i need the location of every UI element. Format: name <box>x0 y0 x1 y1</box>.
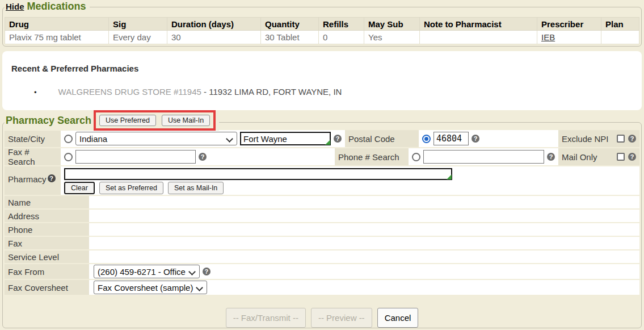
name-label: Name <box>5 196 89 208</box>
set-as-preferred-button[interactable]: Set as Preferred <box>99 182 163 194</box>
use-mail-in-button[interactable]: Use Mail-In <box>162 115 210 126</box>
detail-row-phone: Phone <box>5 223 639 236</box>
pharmacy-cell: Clear Set as Preferred Set as Mail-In <box>61 166 639 195</box>
col-header-plan: Plan <box>601 18 639 31</box>
pharmacy-label: Pharmacy <box>8 174 47 184</box>
medications-section: Hide Medications Drug Sig Duration (days… <box>2 7 642 47</box>
fax-from-row: Fax From (260) 459-6271 - Office ? <box>5 264 639 279</box>
pharmacy-search-section: Pharmacy Search Use Preferred Use Mail-I… <box>2 122 642 328</box>
col-header-quantity: Quantity <box>261 18 319 31</box>
med-quantity: 30 Tablet <box>261 31 319 44</box>
fax-from-label: Fax From <box>5 264 89 279</box>
pharmacy-buttons: Clear Set as Preferred Set as Mail-In <box>64 182 636 194</box>
recent-pharmacies-title: Recent & Preferred Pharmacies <box>11 64 633 73</box>
fax-from-help-icon[interactable]: ? <box>203 268 211 275</box>
recent-pharmacies-section: Recent & Preferred Pharmacies • WALGREEN… <box>2 51 642 110</box>
fax-number-input[interactable] <box>75 150 196 164</box>
state-city-label: State/City <box>5 130 61 147</box>
mail-only-help-icon[interactable]: ? <box>628 153 636 161</box>
col-header-sig: Sig <box>109 18 167 31</box>
medication-row: Plavix 75 mg tablet Every day 30 30 Tabl… <box>5 31 639 44</box>
col-header-may-sub: May Sub <box>364 18 420 31</box>
fax-transmit-button[interactable]: -- Fax/Transmit -- <box>226 308 306 328</box>
service-level-value <box>89 250 639 263</box>
city-input[interactable] <box>240 132 331 145</box>
recent-pharmacy-link[interactable]: WALGREENS DRUG STORE #11945 <box>58 87 201 97</box>
pharmacy-input[interactable] <box>64 168 452 180</box>
fax-coversheet-select[interactable]: Fax Coversheet (sample) <box>94 281 207 294</box>
set-as-mail-in-button[interactable]: Set as Mail-In <box>168 182 224 194</box>
postal-code-radio[interactable] <box>422 135 431 143</box>
pharmacy-label-cell: Pharmacy ? <box>5 166 61 195</box>
city-help-icon[interactable]: ? <box>334 135 342 143</box>
mail-only-checkbox[interactable] <box>617 153 625 161</box>
med-duration: 30 <box>167 31 261 44</box>
use-preferred-button[interactable]: Use Preferred <box>99 115 156 126</box>
footer-actions: -- Fax/Transmit -- -- Preview -- Cancel <box>5 295 639 328</box>
col-header-duration: Duration (days) <box>167 18 261 31</box>
state-select[interactable]: Indiana <box>75 132 237 145</box>
exclude-npi-help-icon[interactable]: ? <box>628 135 636 143</box>
state-city-row: State/City Indiana ? Postal Code ? Exclu… <box>5 130 639 147</box>
col-header-refills: Refills <box>319 18 364 31</box>
state-city-radio[interactable] <box>64 135 73 143</box>
exclude-npi-checkbox[interactable] <box>617 135 625 143</box>
med-note <box>420 31 537 44</box>
postal-code-help-icon[interactable]: ? <box>472 135 479 143</box>
highlight-red-box: Use Preferred Use Mail-In <box>94 110 216 131</box>
fax-from-select-value: (260) 459-6271 - Office <box>98 267 186 277</box>
mail-only-cell: Mail Only ? <box>558 148 639 165</box>
phone-value <box>89 223 639 236</box>
med-may-sub: Yes <box>364 31 420 44</box>
mail-only-label: Mail Only <box>562 152 613 162</box>
prescriber-link[interactable]: IEB <box>541 32 555 42</box>
fax-label: Fax <box>5 237 89 249</box>
exclude-npi-label: Exclude NPI <box>562 134 613 144</box>
fax-value <box>89 237 639 249</box>
fax-from-select[interactable]: (260) 459-6271 - Office <box>94 265 200 278</box>
fax-search-help-icon[interactable]: ? <box>199 153 207 161</box>
fax-search-radio[interactable] <box>64 153 73 161</box>
phone-search-help-icon[interactable]: ? <box>547 153 555 161</box>
hide-medications-link[interactable]: Hide <box>6 2 24 11</box>
col-header-drug: Drug <box>5 18 109 31</box>
fax-from-cell: (260) 459-6271 - Office ? <box>89 264 639 279</box>
med-sig: Every day <box>109 31 167 44</box>
phone-search-radio[interactable] <box>412 153 420 161</box>
phone-label: Phone <box>5 223 89 236</box>
pharmacy-search-title: Pharmacy Search <box>6 115 91 127</box>
phone-number-input[interactable] <box>423 150 544 164</box>
medications-table: Drug Sig Duration (days) Quantity Refill… <box>5 17 639 44</box>
city-input-wrap <box>240 132 331 145</box>
state-select-value: Indiana <box>79 134 107 144</box>
state-city-cell: Indiana ? <box>61 130 345 147</box>
exclude-npi-cell: Exclude NPI ? <box>558 130 639 147</box>
col-header-prescriber: Prescriber <box>537 18 601 31</box>
med-drug: Plavix 75 mg tablet <box>5 31 109 44</box>
pharmacy-help-icon[interactable]: ? <box>48 174 56 182</box>
name-value <box>89 196 639 208</box>
col-header-note: Note to Pharmacist <box>420 18 537 31</box>
postal-code-input[interactable] <box>433 132 469 145</box>
fax-coversheet-row: Fax Coversheet Fax Coversheet (sample) <box>5 280 639 295</box>
fax-search-cell: ? <box>61 148 335 165</box>
fax-phone-row: Fax # Search ? Phone # Search ? Mail Onl… <box>5 148 639 165</box>
postal-code-cell: ? <box>419 130 558 147</box>
preview-button[interactable]: -- Preview -- <box>311 308 372 328</box>
medications-title: Medications <box>27 1 86 12</box>
medications-header-row: Drug Sig Duration (days) Quantity Refill… <box>5 18 639 31</box>
med-refills: 0 <box>319 31 364 44</box>
fax-search-label: Fax # Search <box>5 148 61 165</box>
detail-row-service-level: Service Level <box>5 250 639 263</box>
address-value <box>89 210 639 222</box>
fax-coversheet-select-value: Fax Coversheet (sample) <box>98 283 193 293</box>
postal-code-label: Postal Code <box>345 130 419 147</box>
med-plan <box>601 31 639 44</box>
pharmacy-list-item: • WALGREENS DRUG STORE #11945 - 11932 LI… <box>34 87 633 97</box>
clear-button[interactable]: Clear <box>64 182 95 194</box>
phone-search-cell: ? <box>409 148 558 165</box>
phone-search-label: Phone # Search <box>335 148 409 165</box>
pharmacy-row: Pharmacy ? Clear Set as Preferred Set as… <box>5 166 639 195</box>
pharmacy-search-header: Pharmacy Search Use Preferred Use Mail-I… <box>5 110 219 131</box>
cancel-button[interactable]: Cancel <box>377 308 419 328</box>
